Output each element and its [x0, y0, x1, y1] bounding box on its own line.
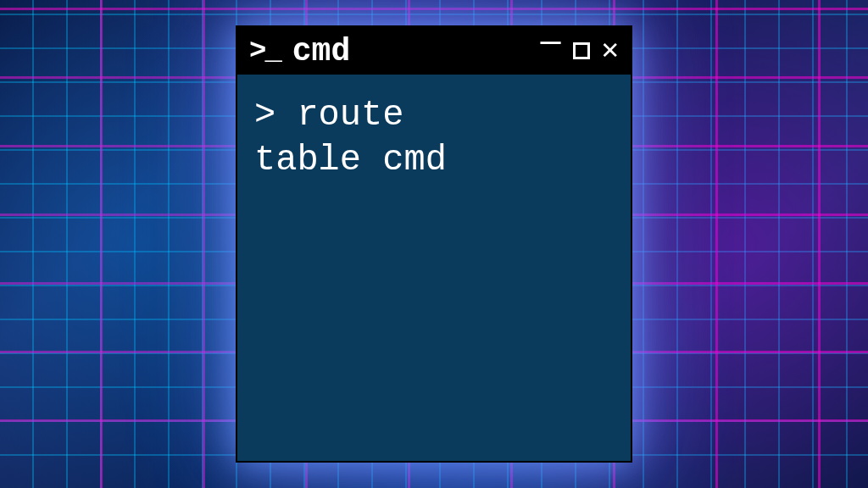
prompt-icon: >_	[249, 35, 281, 67]
terminal-window: >_ cmd ‒ ✕ > route table cmd	[236, 25, 632, 463]
window-controls: ‒ ✕	[540, 34, 619, 68]
terminal-body[interactable]: > route table cmd	[237, 75, 631, 461]
window-titlebar[interactable]: >_ cmd ‒ ✕	[237, 27, 631, 75]
command-text-2: table cmd	[254, 140, 447, 180]
terminal-output-line-2: table cmd	[254, 138, 614, 183]
terminal-output-line-1: > route	[254, 93, 614, 138]
maximize-button[interactable]	[573, 42, 590, 59]
minimize-button[interactable]: ‒	[540, 27, 560, 61]
close-button[interactable]: ✕	[602, 36, 619, 65]
command-text-1: > route	[254, 95, 403, 136]
window-title: cmd	[292, 33, 534, 69]
